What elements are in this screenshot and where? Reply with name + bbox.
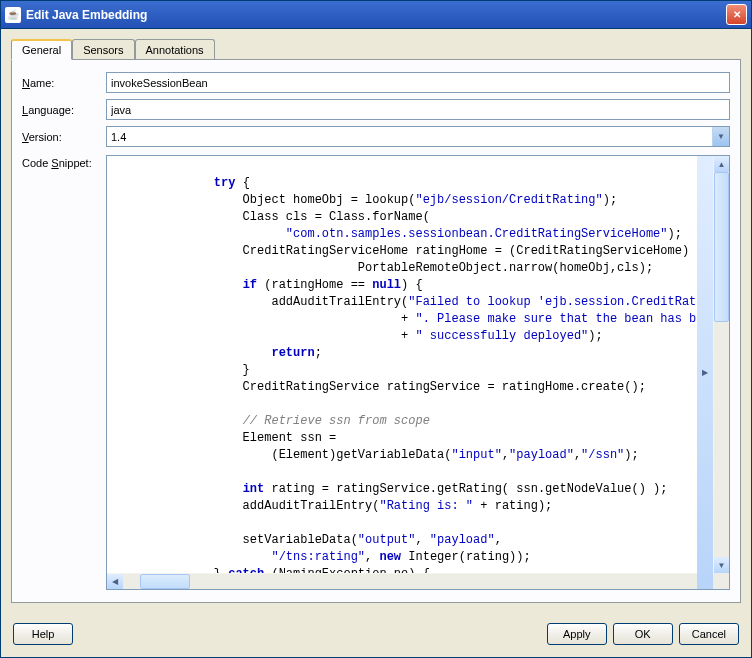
- app-icon: ☕: [5, 7, 21, 23]
- footer: Help Apply OK Cancel: [1, 613, 751, 657]
- cancel-button[interactable]: Cancel: [679, 623, 739, 645]
- titlebar: ☕ Edit Java Embedding ✕: [1, 1, 751, 29]
- scroll-left-button[interactable]: ◀: [107, 574, 123, 589]
- tab-sensors[interactable]: Sensors: [72, 39, 134, 59]
- tab-content: Name: Language: Version: ▼ Code Snippet:: [11, 60, 741, 603]
- name-label: Name:: [22, 77, 106, 89]
- body-area: General Sensors Annotations Name: Langua…: [1, 29, 751, 613]
- tab-general[interactable]: General: [11, 39, 72, 60]
- name-input[interactable]: [106, 72, 730, 93]
- language-label: Language:: [22, 104, 106, 116]
- tabs: General Sensors Annotations: [11, 39, 741, 60]
- scroll-corner: [713, 573, 729, 589]
- help-button[interactable]: Help: [13, 623, 73, 645]
- code-label: Code Snippet:: [22, 155, 106, 169]
- scroll-thumb-vertical[interactable]: [714, 172, 729, 322]
- scroll-up-button[interactable]: ▲: [714, 156, 729, 172]
- scroll-track-horizontal[interactable]: [123, 574, 713, 589]
- code-container: try { Object homeObj = lookup("ejb/sessi…: [106, 155, 730, 590]
- scroll-right-button[interactable]: ▶: [697, 156, 713, 589]
- language-input[interactable]: [106, 99, 730, 120]
- version-label: Version:: [22, 131, 106, 143]
- scroll-track-vertical[interactable]: [714, 172, 729, 557]
- close-button[interactable]: ✕: [726, 4, 747, 25]
- tab-annotations[interactable]: Annotations: [135, 39, 215, 59]
- code-editor[interactable]: try { Object homeObj = lookup("ejb/sessi…: [107, 156, 713, 573]
- scroll-thumb-horizontal[interactable]: [140, 574, 190, 589]
- vertical-scrollbar[interactable]: ▲ ▼: [713, 156, 729, 573]
- apply-button[interactable]: Apply: [547, 623, 607, 645]
- window-title: Edit Java Embedding: [26, 8, 726, 22]
- version-select[interactable]: [106, 126, 730, 147]
- horizontal-scrollbar[interactable]: ◀ ▶: [107, 573, 729, 589]
- scroll-down-button[interactable]: ▼: [714, 557, 729, 573]
- dialog-window: ☕ Edit Java Embedding ✕ General Sensors …: [0, 0, 752, 658]
- ok-button[interactable]: OK: [613, 623, 673, 645]
